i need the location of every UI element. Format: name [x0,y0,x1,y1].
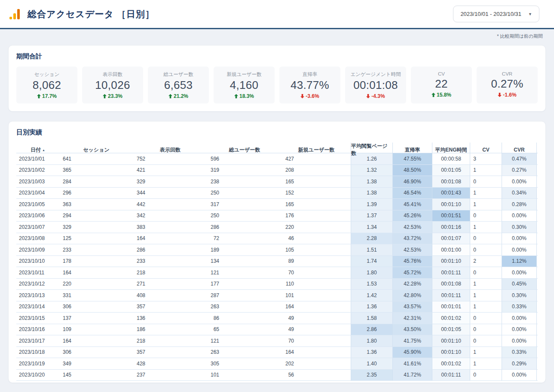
cell-value: 65 [208,326,219,332]
bounce-rate-cell: 48.50% [392,165,432,176]
cell-value: 305 [208,361,219,367]
bar-cell: 121 [207,335,282,346]
cell-value: 286 [134,247,145,253]
bar-cell: 125 [59,233,133,244]
date-range-picker[interactable]: 2023/10/01 - 2023/10/31 ▼ [453,6,539,22]
cell-value: 218 [134,338,145,344]
cell-value: 152 [283,190,294,196]
bar-cell: 233 [59,244,133,255]
kpi-card-2: 総ユーザー数 6,653 21.2% [148,67,209,103]
bar [148,338,164,343]
kpi-label: 表示回数 [85,71,141,78]
bar-track [148,190,204,196]
date-cell: 2023/10/15 [16,313,59,324]
kpi-delta: 18.3% [216,93,272,99]
bar-track [222,179,279,184]
bounce-rate-cell: 42.53% [392,244,432,255]
bounce-rate-cell: 46.90% [392,176,432,187]
bar-cell: 136 [133,313,207,324]
summary-title: 期間合計 [16,52,538,61]
bar-track [479,236,498,241]
date-cell: 2023/10/10 [16,256,59,267]
kpi-value: 00:01:08 [348,79,404,92]
cell-value: 296 [60,190,71,196]
bounce-rate-cell: 43.57% [392,301,432,313]
bar-track [74,213,130,219]
cell-value: 233 [134,258,145,264]
cell-value: 178 [60,258,71,264]
bar-track [222,361,279,366]
bar-cell: 250 [207,188,282,199]
bar-cell: 70 [282,335,351,346]
cell-value: 3 [471,156,476,162]
eng-time-cell: 00:01:02 [432,358,470,369]
avg-pages-cell: 1.36 [351,301,392,313]
bar [297,304,316,310]
avg-pages-cell: 2.86 [351,324,392,335]
cell-value: 49 [283,326,294,332]
bar-cell: 46 [282,233,351,244]
bar [479,167,485,173]
cell-value: 145 [60,372,71,378]
bar-track [148,327,204,332]
bar-track [222,349,279,355]
cell-value: 596 [208,156,219,162]
table-row-2: 2023/10/032843292381651.3846.90%00:01:08… [16,176,538,188]
bar-track [297,247,347,252]
cell-value: 164 [60,270,71,276]
bar-cell: 284 [59,176,133,187]
bar-track [74,372,130,378]
column-header-label: 表示回数 [160,146,181,154]
kpi-value: 0.27% [479,77,535,91]
avg-pages-cell: 1.40 [351,358,392,369]
arrow-up-icon [103,94,107,98]
bar-track [297,270,347,275]
bar [222,213,245,219]
bar [479,372,480,378]
date-cell: 2023/10/14 [16,301,59,313]
cv-cell: 1 [470,279,502,290]
bar-cell: 86 [207,313,282,324]
bar [74,281,93,287]
cell-value: 250 [208,190,219,196]
date-cell: 2023/10/19 [16,358,59,369]
cvr-cell: 0.00% [502,267,537,278]
cvr-cell: 0.34% [502,188,537,199]
cell-value: 238 [208,179,219,185]
cell-value: 641 [60,156,71,162]
bar-cell: 152 [282,188,351,199]
bar-cell: 49 [282,324,351,335]
cv-cell: 3 [470,153,502,164]
bounce-rate-cell: 41.75% [392,335,432,346]
bar [74,270,88,275]
bar-cell: 101 [282,290,351,301]
cv-cell: 0 [470,335,502,346]
bar-track [222,315,279,321]
bar [297,190,315,196]
cell-value: 383 [134,224,145,230]
bar-cell: 427 [282,153,351,164]
bar-track [479,292,498,298]
bar-track [74,281,130,287]
bounce-rate-cell: 45.41% [392,199,432,210]
cell-value: 349 [60,361,71,367]
table-row-5: 2023/10/062943422501761.3745.26%00:01:51… [16,210,538,222]
eng-time-cell: 00:01:01 [432,301,470,313]
bar-track [479,213,498,219]
bar [74,361,104,366]
bar-cell: 164 [282,347,351,358]
bar [148,361,180,366]
date-cell: 2023/10/16 [16,324,59,335]
bar-cell: 349 [59,358,133,369]
bar [222,224,249,230]
kpi-delta: 15.8% [413,92,469,98]
bar-cell: 357 [133,301,207,313]
bar-track [74,361,130,366]
bar-cell: 238 [207,176,282,187]
bar-track [479,156,498,161]
bar [74,304,101,310]
date-cell: 2023/10/17 [16,335,59,346]
cell-value: 86 [208,315,219,321]
kpi-value: 6,653 [150,79,206,92]
table-row-17: 2023/10/183063572631641.3645.90%00:01:10… [16,347,538,359]
